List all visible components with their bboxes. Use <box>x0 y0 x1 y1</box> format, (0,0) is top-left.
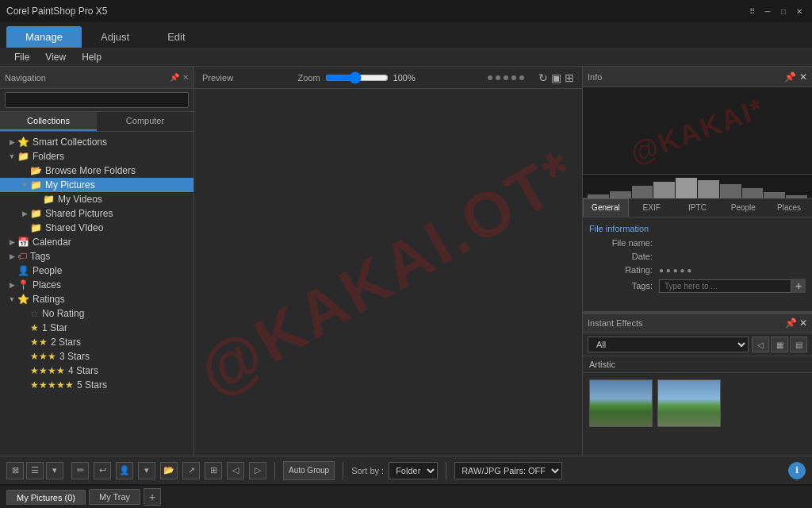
toolbar-separator-3 <box>446 462 446 479</box>
folders-label: Folders <box>33 151 64 162</box>
info-tab-iptc[interactable]: IPTC <box>675 198 721 217</box>
tags-icon: 🏷 <box>17 251 27 262</box>
no-rating-item[interactable]: ☆ No Rating <box>0 306 193 321</box>
toolbar-icon-1[interactable]: ⊠ <box>6 462 24 479</box>
my-pictures-tab[interactable]: My Pictures (0) <box>6 490 86 505</box>
my-videos-item[interactable]: 📁 My Videos <box>0 192 193 206</box>
people-item[interactable]: 👤 People <box>0 264 193 278</box>
star5-item[interactable]: ★★★★★ 5 Stars <box>0 378 193 392</box>
tags-row: Tags: + <box>589 279 806 293</box>
info-tab-general[interactable]: General <box>583 198 629 217</box>
shared-video-item[interactable]: 📁 Shared VIdeo <box>0 221 193 235</box>
date-row: Date: <box>589 252 806 261</box>
calendar-item[interactable]: ▶ 📅 Calendar <box>0 235 193 249</box>
ratings-expand-icon: ▼ <box>6 295 17 303</box>
info-tab-exif[interactable]: EXIF <box>629 198 675 217</box>
computer-tab[interactable]: Computer <box>97 112 193 131</box>
tab-adjust[interactable]: Adjust <box>82 26 148 48</box>
main-content: Navigation 📌 ✕ Collections Computer ▶ ⭐ … <box>0 67 812 456</box>
close-button[interactable]: ✕ <box>793 5 806 17</box>
my-tray-tab[interactable]: My Tray <box>89 489 140 505</box>
effect-thumb-2[interactable] <box>657 379 721 427</box>
info-tab-people[interactable]: People <box>720 198 766 217</box>
toolbar-icon-left[interactable]: ◁ <box>227 462 244 479</box>
info-close-button[interactable]: ✕ <box>799 71 807 83</box>
star4-item[interactable]: ★★★★ 4 Stars <box>0 364 193 378</box>
search-input[interactable] <box>5 92 189 108</box>
effects-view-btn1[interactable]: ◁ <box>752 337 769 352</box>
title-bar: Corel PaintShop Pro X5 ⠿ ─ □ ✕ <box>0 0 812 22</box>
effects-view-btn3[interactable]: ▤ <box>790 337 807 352</box>
star3-item[interactable]: ★★★ 3 Stars <box>0 349 193 364</box>
toolbar-icon-3[interactable]: ✏ <box>71 462 89 479</box>
ratings-item[interactable]: ▼ ⭐ Ratings <box>0 292 193 306</box>
zoom-slider[interactable] <box>325 71 389 84</box>
star3-label: 3 Stars <box>59 351 90 362</box>
menu-help[interactable]: Help <box>74 50 109 64</box>
places-item[interactable]: ▶ 📍 Places <box>0 278 193 292</box>
toolbar-dropdown-1[interactable]: ▾ <box>46 462 63 479</box>
tags-label: Tags: <box>589 281 653 291</box>
add-tab-button[interactable]: + <box>144 488 161 506</box>
no-rating-label: No Rating <box>42 308 84 319</box>
shared-pictures-item[interactable]: ▶ 📁 Shared Pictures <box>0 206 193 221</box>
toolbar-icon-4[interactable]: ↩ <box>94 462 111 479</box>
hbar9 <box>764 192 785 198</box>
star4-label: 4 Stars <box>68 365 98 376</box>
refresh-icon[interactable]: ↻ <box>538 71 548 84</box>
star2-icon: ★★ <box>30 337 48 348</box>
tags-add-button[interactable]: + <box>791 279 806 293</box>
view-icon[interactable]: ▣ <box>551 71 561 84</box>
toolbar-icon-folder[interactable]: 📂 <box>160 462 178 479</box>
top-nav: Manage Adjust Edit <box>0 22 812 48</box>
browse-more-item[interactable]: 📂 Browse More Folders <box>0 164 193 178</box>
grid-icon[interactable]: ⠿ <box>745 5 758 17</box>
histogram <box>586 176 809 200</box>
info-tab-places[interactable]: Places <box>766 198 812 217</box>
toolbar-dropdown-person[interactable]: ▾ <box>138 462 155 479</box>
effect-thumb-1[interactable] <box>589 379 653 427</box>
tab-edit[interactable]: Edit <box>148 26 204 48</box>
toolbar-icon-person[interactable]: 👤 <box>116 462 133 479</box>
my-videos-label: My Videos <box>58 194 102 205</box>
tab-manage[interactable]: Manage <box>6 26 82 48</box>
grid-view-icon[interactable]: ⊞ <box>565 71 574 84</box>
effects-thumbnails <box>583 373 812 456</box>
toolbar-icon-2[interactable]: ☰ <box>26 462 44 479</box>
calendar-expand-icon: ▶ <box>6 238 17 246</box>
info-icon-button[interactable]: ℹ <box>788 462 806 479</box>
toolbar-icon-export[interactable]: ⊞ <box>205 462 222 479</box>
info-pin-button[interactable]: 📌 <box>784 71 796 83</box>
effects-category-select[interactable]: All <box>588 337 749 352</box>
toolbar-icon-share[interactable]: ↗ <box>182 462 200 479</box>
menu-file[interactable]: File <box>6 50 37 64</box>
star1-item[interactable]: ★ 1 Star <box>0 321 193 335</box>
effects-pin-button[interactable]: 📌 <box>785 318 797 329</box>
preview-label: Preview <box>202 73 233 83</box>
sort-by-label: Sort by : <box>351 466 384 475</box>
nav-close-button[interactable]: ✕ <box>182 73 189 82</box>
minimize-button[interactable]: ─ <box>761 5 774 17</box>
menu-view[interactable]: View <box>37 50 74 64</box>
bottom-toolbar: ⊠ ☰ ▾ ✏ ↩ 👤 ▾ 📂 ↗ ⊞ ◁ ▷ Auto Group Sort … <box>0 456 812 484</box>
raw-pairs-select[interactable]: RAW/JPG Pairs: OFF <box>454 462 562 479</box>
star2-item[interactable]: ★★ 2 Stars <box>0 335 193 349</box>
maximize-button[interactable]: □ <box>777 5 790 17</box>
toolbar-icon-right[interactable]: ▷ <box>249 462 266 479</box>
info-watermark: @KAKAI* <box>626 90 769 170</box>
tags-item[interactable]: ▶ 🏷 Tags <box>0 249 193 264</box>
sort-by-select[interactable]: Folder <box>389 462 438 479</box>
tags-input[interactable] <box>659 279 791 293</box>
smart-collections-item[interactable]: ▶ ⭐ Smart Collections <box>0 135 193 149</box>
ratings-label: Ratings <box>33 294 65 305</box>
nav-pin-button[interactable]: 📌 <box>170 73 179 82</box>
hbar8 <box>742 188 764 198</box>
auto-group-button[interactable]: Auto Group <box>283 461 335 480</box>
effects-view-btn2[interactable]: ▦ <box>771 337 788 352</box>
folders-item[interactable]: ▼ 📁 Folders <box>0 149 193 164</box>
shared-pic-expand-icon: ▶ <box>19 210 30 217</box>
collections-tab[interactable]: Collections <box>0 112 97 131</box>
search-bar <box>0 89 193 112</box>
my-pictures-item[interactable]: ▼ 📁 My Pictures <box>0 178 193 192</box>
effects-close-button[interactable]: ✕ <box>799 318 807 329</box>
